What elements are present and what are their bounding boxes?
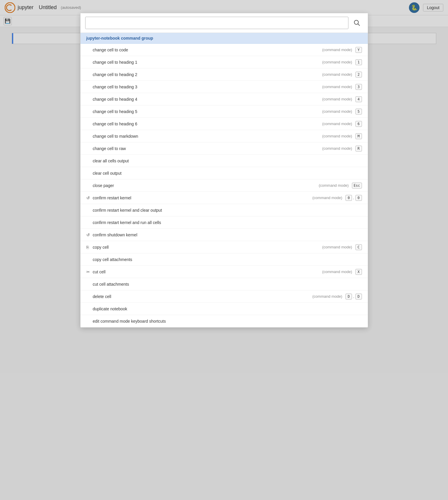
command-item-shortcuts: (command mode)3	[322, 84, 362, 90]
keyboard-shortcut: 6	[355, 121, 362, 127]
command-mode-label: (command mode)	[322, 134, 352, 138]
command-item-label: confirm restart kernel and run all cells	[93, 220, 362, 225]
command-item[interactable]: duplicate notebook	[80, 303, 368, 315]
command-item[interactable]: change cell to markdown(command mode)M	[80, 130, 368, 142]
command-item-shortcuts: (command mode)0,0	[312, 195, 362, 201]
keyboard-shortcut: Esc	[352, 183, 362, 188]
command-item[interactable]: change cell to heading 3(command mode)3	[80, 81, 368, 93]
keyboard-shortcut: 4	[355, 96, 362, 102]
command-item-label: copy cell attachments	[93, 257, 362, 262]
command-item-label: edit command mode keyboard shortcuts	[93, 319, 362, 324]
command-item[interactable]: cut cell attachments	[80, 278, 368, 290]
command-item-shortcuts: (command mode)X	[322, 269, 362, 275]
command-item[interactable]: close pager(command mode)Esc	[80, 179, 368, 192]
command-item-icon: ⎘	[86, 245, 93, 250]
command-list[interactable]: jupyter-notebook command group change ce…	[80, 33, 368, 327]
command-item-label: change cell to heading 1	[93, 60, 322, 65]
command-item-icon: ↺	[86, 196, 93, 200]
command-item-shortcuts: (command mode)1	[322, 59, 362, 65]
command-item[interactable]: change cell to heading 6(command mode)6	[80, 118, 368, 130]
command-item-label: confirm restart kernel	[93, 196, 313, 200]
command-item-shortcuts: (command mode)C	[322, 244, 362, 250]
search-container	[80, 13, 368, 33]
command-item[interactable]: change cell to heading 2(command mode)2	[80, 68, 368, 81]
svg-line-2	[358, 24, 360, 26]
command-item[interactable]: ✂cut cell(command mode)X	[80, 266, 368, 278]
command-item-icon: ✂	[86, 270, 93, 274]
command-item[interactable]: confirm restart kernel and clear output	[80, 204, 368, 216]
command-item[interactable]: edit command mode keyboard shortcuts	[80, 315, 368, 327]
command-mode-label: (command mode)	[322, 97, 352, 101]
command-item[interactable]: ↺confirm restart kernel(command mode)0,0	[80, 192, 368, 204]
command-item-label: change cell to code	[93, 48, 322, 52]
command-mode-label: (command mode)	[322, 72, 352, 77]
command-mode-label: (command mode)	[322, 48, 352, 52]
command-item-shortcuts: (command mode)6	[322, 121, 362, 127]
command-mode-label: (command mode)	[322, 122, 352, 126]
command-item-label: clear cell output	[93, 171, 362, 176]
command-item-label: confirm shutdown kernel	[93, 233, 362, 237]
key-separator: ,	[353, 294, 354, 299]
command-palette: jupyter-notebook command group change ce…	[80, 13, 368, 328]
command-item-shortcuts: (command mode)M	[322, 133, 362, 139]
command-mode-label: (command mode)	[319, 183, 349, 188]
command-item-label: copy cell	[93, 245, 322, 250]
keyboard-shortcut: D	[345, 294, 352, 299]
keyboard-shortcut: 0	[345, 195, 352, 201]
command-item[interactable]: ↺confirm shutdown kernel	[80, 229, 368, 241]
command-mode-label: (command mode)	[322, 85, 352, 89]
command-item[interactable]: delete cell(command mode)D,D	[80, 290, 368, 303]
command-item-label: change cell to heading 4	[93, 97, 322, 102]
command-mode-label: (command mode)	[322, 245, 352, 249]
command-item[interactable]: ⎘copy cell(command mode)C	[80, 241, 368, 253]
command-mode-label: (command mode)	[312, 294, 342, 299]
command-item-shortcuts: (command mode)2	[322, 72, 362, 78]
command-item-label: duplicate notebook	[93, 307, 362, 311]
command-item[interactable]: change cell to heading 4(command mode)4	[80, 93, 368, 105]
keyboard-shortcut: C	[355, 244, 362, 250]
command-item[interactable]: clear all cells output	[80, 155, 368, 167]
command-item-label: change cell to raw	[93, 146, 322, 151]
search-button[interactable]	[351, 17, 363, 29]
command-item-label: close pager	[93, 183, 319, 188]
command-item-label: change cell to heading 3	[93, 85, 322, 89]
command-item[interactable]: clear cell output	[80, 167, 368, 179]
command-item-label: confirm restart kernel and clear output	[93, 208, 362, 213]
keyboard-shortcut: 2	[355, 72, 362, 78]
command-mode-label: (command mode)	[322, 270, 352, 274]
command-item-shortcuts: (command mode)Y	[322, 47, 362, 53]
command-item-shortcuts: (command mode)4	[322, 96, 362, 102]
command-item-label: change cell to markdown	[93, 134, 322, 139]
keyboard-shortcut: M	[355, 133, 362, 139]
keyboard-shortcut: 3	[355, 84, 362, 90]
keyboard-shortcut: Y	[355, 47, 362, 53]
command-item[interactable]: copy cell attachments	[80, 253, 368, 266]
command-item-icon: ↺	[86, 233, 93, 237]
command-item-label: change cell to heading 6	[93, 122, 322, 126]
command-item[interactable]: change cell to raw(command mode)R	[80, 142, 368, 155]
keyboard-shortcut: 1	[355, 59, 362, 65]
command-item-label: delete cell	[93, 294, 313, 299]
keyboard-shortcut: R	[355, 146, 362, 151]
search-input[interactable]	[85, 17, 348, 29]
command-group-header: jupyter-notebook command group	[80, 33, 368, 44]
command-item-label: change cell to heading 5	[93, 109, 322, 114]
keyboard-shortcut: 0	[355, 195, 362, 201]
command-item[interactable]: change cell to heading 5(command mode)5	[80, 105, 368, 118]
keyboard-shortcut: 5	[355, 109, 362, 115]
command-mode-label: (command mode)	[312, 196, 342, 200]
command-item-shortcuts: (command mode)R	[322, 146, 362, 151]
key-separator: ,	[353, 196, 354, 200]
command-item-shortcuts: (command mode)D,D	[312, 294, 362, 299]
command-item-shortcuts: (command mode)5	[322, 109, 362, 115]
keyboard-shortcut: D	[355, 294, 362, 299]
command-item[interactable]: confirm restart kernel and run all cells	[80, 216, 368, 229]
command-mode-label: (command mode)	[322, 146, 352, 151]
command-item-label: clear all cells output	[93, 159, 362, 163]
command-mode-label: (command mode)	[322, 60, 352, 64]
keyboard-shortcut: X	[355, 269, 362, 275]
search-icon	[354, 20, 360, 26]
command-item[interactable]: change cell to code(command mode)Y	[80, 44, 368, 56]
command-item[interactable]: change cell to heading 1(command mode)1	[80, 56, 368, 68]
command-item-label: change cell to heading 2	[93, 72, 322, 77]
